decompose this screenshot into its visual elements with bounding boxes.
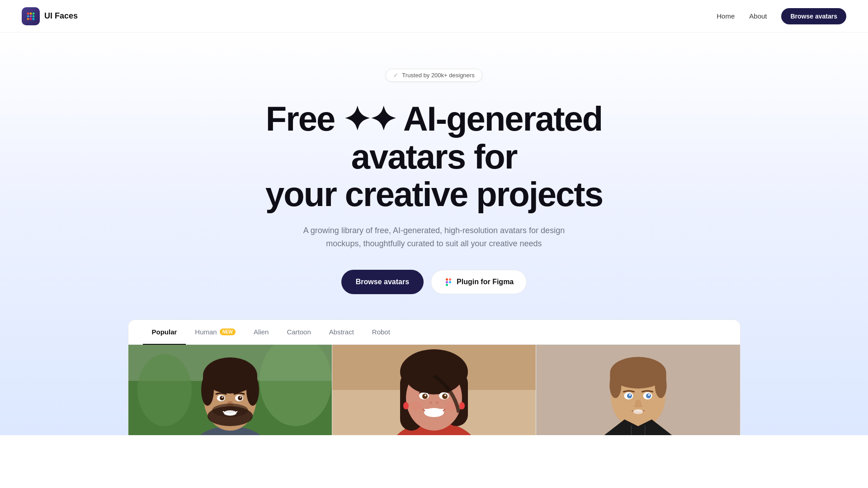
svg-point-7 <box>30 18 32 20</box>
tab-alien[interactable]: Alien <box>245 320 278 345</box>
svg-rect-12 <box>446 284 448 286</box>
avatar-card-2[interactable] <box>332 345 536 435</box>
svg-point-8 <box>33 18 35 20</box>
tab-human[interactable]: Human New <box>186 320 245 345</box>
svg-point-51 <box>424 408 444 417</box>
svg-point-3 <box>27 15 29 17</box>
svg-point-29 <box>222 397 223 398</box>
svg-point-27 <box>220 396 224 400</box>
svg-point-30 <box>240 397 241 398</box>
sparkle-icon: ✦✦ <box>343 102 396 137</box>
logo-icon <box>22 7 40 25</box>
svg-point-50 <box>436 401 439 404</box>
title-free: Free <box>266 99 344 138</box>
svg-point-67 <box>646 394 651 399</box>
hero-title: Free ✦✦ AI-generated avatars foryour cre… <box>222 100 646 213</box>
svg-point-48 <box>444 394 446 396</box>
svg-rect-10 <box>449 278 451 281</box>
svg-point-52 <box>403 402 409 409</box>
svg-point-54 <box>410 401 422 410</box>
check-icon: ✓ <box>393 72 398 79</box>
tab-cartoon[interactable]: Cartoon <box>278 320 320 345</box>
avatar-card-3[interactable] <box>536 345 740 435</box>
svg-rect-9 <box>446 278 448 281</box>
svg-point-2 <box>33 12 35 14</box>
svg-point-62 <box>609 373 621 398</box>
svg-point-49 <box>429 401 432 404</box>
tab-robot[interactable]: Robot <box>363 320 399 345</box>
navbar: UI Faces Home About Browse avatars <box>0 0 868 33</box>
nav-links: Home About Browse avatars <box>717 8 846 24</box>
svg-point-5 <box>33 15 35 17</box>
svg-point-70 <box>633 409 643 414</box>
figma-plugin-button[interactable]: Plugin for Figma <box>431 270 527 294</box>
svg-point-6 <box>27 18 29 20</box>
avatar-grid <box>128 345 740 435</box>
svg-point-13 <box>449 281 451 283</box>
tab-abstract[interactable]: Abstract <box>320 320 363 345</box>
svg-point-0 <box>27 12 29 14</box>
nav-browse-button[interactable]: Browse avatars <box>781 8 846 24</box>
nav-home[interactable]: Home <box>717 12 735 20</box>
human-new-badge: New <box>220 328 236 335</box>
svg-point-24 <box>246 374 259 406</box>
logo-text: UI Faces <box>44 11 78 21</box>
logo[interactable]: UI Faces <box>22 7 78 25</box>
hero-subtitle: A growing library of free, AI-generated,… <box>289 224 579 250</box>
hero-section: ✓ Trusted by 200k+ designers Free ✦✦ AI-… <box>0 33 868 435</box>
svg-point-68 <box>629 394 631 396</box>
svg-point-23 <box>201 374 214 406</box>
svg-point-46 <box>442 394 448 399</box>
trusted-text: Trusted by 200k+ designers <box>402 72 474 79</box>
svg-point-45 <box>422 394 428 399</box>
figma-icon <box>444 277 453 286</box>
browse-avatars-button[interactable]: Browse avatars <box>341 270 424 294</box>
svg-point-28 <box>238 396 242 400</box>
gallery-section: Popular Human New Alien Cartoon Abstract… <box>128 319 741 435</box>
svg-point-33 <box>224 410 236 416</box>
avatar-card-1[interactable] <box>128 345 332 435</box>
svg-point-47 <box>425 394 426 396</box>
nav-about[interactable]: About <box>749 12 767 20</box>
figma-btn-label: Plugin for Figma <box>457 278 514 286</box>
svg-point-53 <box>459 402 465 409</box>
svg-point-63 <box>655 373 666 398</box>
svg-point-66 <box>627 394 632 399</box>
svg-rect-11 <box>446 281 448 283</box>
tab-popular[interactable]: Popular <box>143 320 186 345</box>
svg-point-4 <box>30 15 32 17</box>
svg-point-1 <box>30 12 32 14</box>
trusted-badge: ✓ Trusted by 200k+ designers <box>386 69 482 82</box>
svg-point-16 <box>137 354 192 426</box>
svg-point-69 <box>648 394 650 396</box>
hero-buttons: Browse avatars Plugin for Figma <box>341 270 527 294</box>
gallery-tabs: Popular Human New Alien Cartoon Abstract… <box>128 320 740 345</box>
